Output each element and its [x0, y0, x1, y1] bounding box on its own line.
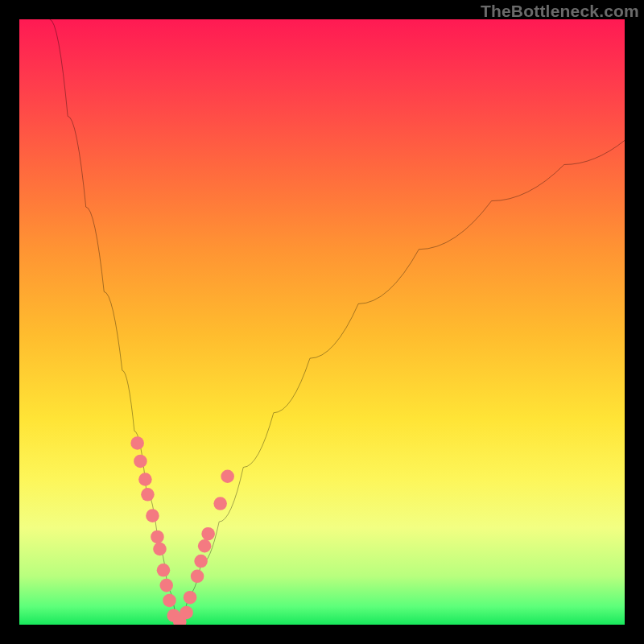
scatter-dot: [201, 527, 215, 541]
dots-group: [130, 436, 234, 625]
scatter-dot: [180, 606, 193, 620]
scatter-dot: [130, 436, 144, 450]
scatter-dot: [146, 509, 159, 522]
scatter-dot: [191, 570, 204, 584]
plot-area: [19, 19, 625, 625]
scatter-dot: [153, 543, 167, 556]
scatter-dot: [134, 455, 147, 469]
scatter-dot: [138, 473, 152, 486]
scatter-dot: [221, 469, 234, 483]
scatter-dot: [198, 539, 212, 553]
scatter-dot: [163, 594, 176, 608]
scatter-dot: [184, 591, 197, 605]
scatter-dot: [159, 579, 173, 592]
scatter-dot: [141, 488, 155, 502]
scatter-dot: [157, 564, 171, 577]
scatter-dot: [213, 497, 227, 510]
chart-frame: TheBottleneck.com: [0, 0, 644, 644]
curve-group: [50, 19, 625, 625]
watermark-label: TheBottleneck.com: [481, 2, 639, 21]
chart-svg: [19, 19, 625, 625]
scatter-dot: [194, 555, 208, 568]
scatter-dot: [151, 530, 164, 544]
right-arm-curve: [177, 140, 625, 625]
